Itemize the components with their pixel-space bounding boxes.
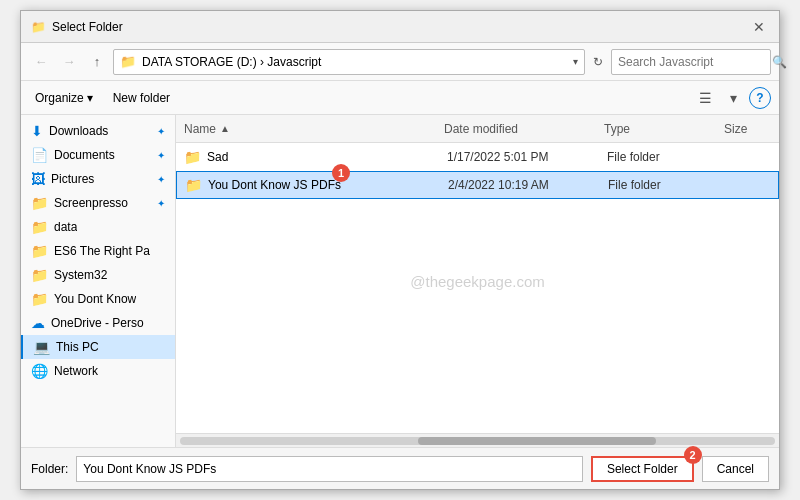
sidebar: ⬇ Downloads ✦ 📄 Documents ✦ 🖼 Pictures ✦…	[21, 115, 176, 447]
toolbar: Organize ▾ New folder ☰ ▾ ?	[21, 81, 779, 115]
select-folder-button-wrapper: Select Folder 2	[591, 456, 694, 482]
sidebar-label-documents: Documents	[54, 148, 115, 162]
onedrive-icon: ☁	[31, 315, 45, 331]
data-icon: 📁	[31, 219, 48, 235]
documents-icon: 📄	[31, 147, 48, 163]
help-button[interactable]: ?	[749, 87, 771, 109]
sort-arrow-icon: ▲	[220, 123, 230, 134]
select-folder-button[interactable]: Select Folder	[591, 456, 694, 482]
sidebar-item-documents[interactable]: 📄 Documents ✦	[21, 143, 175, 167]
refresh-button[interactable]: ↻	[589, 53, 607, 71]
address-dropdown[interactable]: ▾	[573, 56, 578, 67]
select-folder-dialog: 📁 Select Folder ✕ ← → ↑ 📁 DATA STORAGE (…	[20, 10, 780, 490]
folder-label: Folder:	[31, 462, 68, 476]
sidebar-label-system32: System32	[54, 268, 107, 282]
downloads-pin-icon: ✦	[157, 126, 165, 137]
sidebar-label-es6: ES6 The Right Pa	[54, 244, 150, 258]
file-type: File folder	[607, 150, 727, 164]
sidebar-label-data: data	[54, 220, 77, 234]
search-input[interactable]	[618, 55, 768, 69]
badge-1: 1	[332, 164, 350, 182]
documents-pin-icon: ✦	[157, 150, 165, 161]
col-header-size[interactable]: Size	[724, 122, 771, 136]
cancel-button[interactable]: Cancel	[702, 456, 769, 482]
sidebar-label-onedrive: OneDrive - Perso	[51, 316, 144, 330]
sidebar-label-thispc: This PC	[56, 340, 99, 354]
new-folder-button[interactable]: New folder	[107, 89, 176, 107]
organize-label: Organize	[35, 91, 84, 105]
close-button[interactable]: ✕	[749, 17, 769, 37]
dialog-title-icon: 📁	[31, 20, 46, 34]
sidebar-label-downloads: Downloads	[49, 124, 108, 138]
sidebar-item-pictures[interactable]: 🖼 Pictures ✦	[21, 167, 175, 191]
bottom-bar: Folder: Select Folder 2 Cancel	[21, 447, 779, 489]
horizontal-scrollbar[interactable]	[176, 433, 779, 447]
col-header-date[interactable]: Date modified	[444, 122, 604, 136]
toolbar-right: ☰ ▾ ?	[693, 86, 771, 110]
forward-button[interactable]: →	[57, 50, 81, 74]
address-icon: 📁	[120, 54, 136, 69]
view-arrow-icon: ▾	[730, 90, 737, 106]
badge-2: 2	[684, 446, 702, 464]
view-icon: ☰	[699, 90, 712, 106]
address-path: DATA STORAGE (D:) › Javascript	[142, 55, 567, 69]
sidebar-item-onedrive[interactable]: ☁ OneDrive - Perso	[21, 311, 175, 335]
up-button[interactable]: ↑	[85, 50, 109, 74]
column-headers: Name ▲ Date modified Type Size	[176, 115, 779, 143]
downloads-icon: ⬇	[31, 123, 43, 139]
title-bar: 📁 Select Folder ✕	[21, 11, 779, 43]
system32-icon: 📁	[31, 267, 48, 283]
table-row[interactable]: 📁 You Dont Know JS PDFs 2/4/2022 10:19 A…	[176, 171, 779, 199]
thispc-icon: 💻	[33, 339, 50, 355]
dialog-title: Select Folder	[52, 20, 123, 34]
table-row[interactable]: 📁 Sad 1/17/2022 5:01 PM File folder	[176, 143, 779, 171]
folder-input[interactable]	[76, 456, 583, 482]
file-name: Sad	[207, 150, 447, 164]
file-type: File folder	[608, 178, 728, 192]
view-button[interactable]: ☰	[693, 86, 717, 110]
youdontknow-icon: 📁	[31, 291, 48, 307]
organize-arrow-icon: ▾	[87, 91, 93, 105]
search-bar: 🔍	[611, 49, 771, 75]
pictures-pin-icon: ✦	[157, 174, 165, 185]
sidebar-label-screenpresso: Screenpresso	[54, 196, 128, 210]
file-rows: 📁 Sad 1/17/2022 5:01 PM File folder 📁 Yo…	[176, 143, 779, 433]
pictures-icon: 🖼	[31, 171, 45, 187]
scroll-thumb[interactable]	[418, 437, 656, 445]
col-header-name[interactable]: Name ▲	[184, 122, 444, 136]
file-list-area: @thegeekpage.com Name ▲ Date modified Ty…	[176, 115, 779, 447]
organize-button[interactable]: Organize ▾	[29, 89, 99, 107]
folder-icon: 📁	[185, 177, 202, 193]
sidebar-item-network[interactable]: 🌐 Network	[21, 359, 175, 383]
nav-bar: ← → ↑ 📁 DATA STORAGE (D:) › Javascript ▾…	[21, 43, 779, 81]
sidebar-item-thispc[interactable]: 💻 This PC	[21, 335, 175, 359]
address-bar: 📁 DATA STORAGE (D:) › Javascript ▾	[113, 49, 585, 75]
back-button[interactable]: ←	[29, 50, 53, 74]
file-date: 1/17/2022 5:01 PM	[447, 150, 607, 164]
sidebar-item-es6[interactable]: 📁 ES6 The Right Pa	[21, 239, 175, 263]
folder-icon: 📁	[184, 149, 201, 165]
view-arrow-button[interactable]: ▾	[721, 86, 745, 110]
file-name: You Dont Know JS PDFs	[208, 178, 448, 192]
search-icon: 🔍	[772, 55, 787, 69]
screenpresso-icon: 📁	[31, 195, 48, 211]
col-header-type[interactable]: Type	[604, 122, 724, 136]
file-date: 2/4/2022 10:19 AM	[448, 178, 608, 192]
sidebar-label-pictures: Pictures	[51, 172, 94, 186]
sidebar-label-network: Network	[54, 364, 98, 378]
network-icon: 🌐	[31, 363, 48, 379]
screenpresso-pin-icon: ✦	[157, 198, 165, 209]
col-name-label: Name	[184, 122, 216, 136]
scroll-track	[180, 437, 775, 445]
sidebar-item-downloads[interactable]: ⬇ Downloads ✦	[21, 119, 175, 143]
sidebar-item-screenpresso[interactable]: 📁 Screenpresso ✦	[21, 191, 175, 215]
sidebar-item-data[interactable]: 📁 data	[21, 215, 175, 239]
title-bar-left: 📁 Select Folder	[31, 20, 123, 34]
sidebar-label-youdontknow: You Dont Know	[54, 292, 136, 306]
es6-icon: 📁	[31, 243, 48, 259]
sidebar-item-system32[interactable]: 📁 System32	[21, 263, 175, 287]
sidebar-item-youdontknow[interactable]: 📁 You Dont Know	[21, 287, 175, 311]
main-area: ⬇ Downloads ✦ 📄 Documents ✦ 🖼 Pictures ✦…	[21, 115, 779, 447]
